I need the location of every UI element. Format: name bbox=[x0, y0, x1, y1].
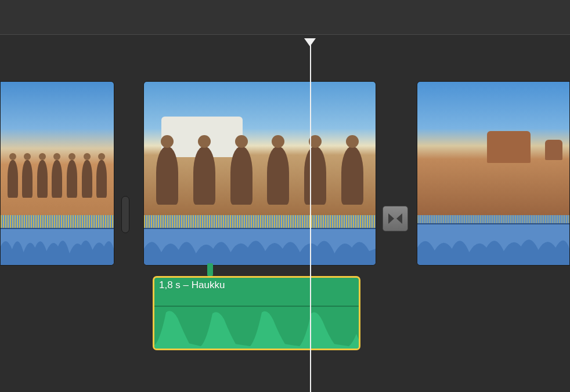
playhead-line[interactable] bbox=[310, 45, 311, 392]
thumbnail-content bbox=[149, 129, 371, 205]
clip-thumbnail bbox=[144, 82, 376, 215]
sfx-separator: – bbox=[183, 280, 189, 291]
clip-audio-waveform[interactable] bbox=[417, 215, 569, 266]
timeline[interactable]: 1,8 s – Haukku bbox=[0, 35, 570, 392]
thumbnail-content bbox=[5, 146, 109, 198]
video-clip-1[interactable] bbox=[0, 81, 114, 266]
clip-thumbnail bbox=[417, 82, 569, 215]
toolbar-area bbox=[0, 0, 570, 35]
clip-audio-waveform[interactable] bbox=[1, 215, 114, 266]
sfx-name: Haukku bbox=[192, 280, 225, 291]
thumbnail-content bbox=[487, 131, 531, 163]
video-track bbox=[0, 81, 570, 266]
clip-audio-waveform[interactable] bbox=[144, 215, 376, 266]
thumbnail-content bbox=[545, 140, 562, 160]
playhead-triangle-icon bbox=[304, 38, 316, 46]
sfx-waveform[interactable] bbox=[154, 307, 359, 349]
sfx-duration: 1,8 s bbox=[159, 280, 181, 291]
video-clip-3[interactable] bbox=[417, 81, 570, 266]
video-clip-2[interactable] bbox=[143, 81, 376, 266]
sound-effect-clip[interactable]: 1,8 s – Haukku bbox=[153, 276, 360, 350]
sfx-anchor-connector bbox=[207, 263, 213, 276]
sfx-clip-label: 1,8 s – Haukku bbox=[159, 280, 225, 291]
playhead-marker[interactable] bbox=[310, 38, 316, 46]
clip-edge-handle[interactable] bbox=[121, 196, 129, 233]
clip-thumbnail bbox=[1, 82, 114, 215]
transition-crossfade[interactable] bbox=[383, 206, 408, 231]
crossfade-icon bbox=[387, 210, 404, 227]
